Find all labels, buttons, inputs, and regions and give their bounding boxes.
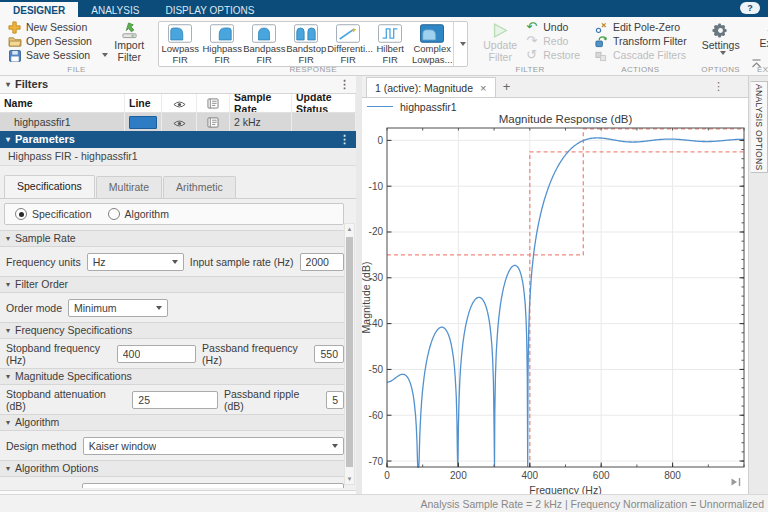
redo-icon: ↷ <box>524 35 539 47</box>
column-header-sample-rate: Sample Rate <box>230 94 292 112</box>
ribbon-group-file: New SessionOpen SessionSave Session Impo… <box>0 17 153 75</box>
eye-icon <box>173 116 186 128</box>
collapse-statusbar-icon[interactable] <box>730 472 741 490</box>
edit-pole-zero-button[interactable]: Edit Pole-Zero <box>592 20 689 34</box>
open-session-label: Open Session <box>26 35 92 47</box>
section-title: Magnitude Specifications <box>15 369 132 384</box>
gallery-item-label: Hilbert FIR <box>369 44 411 65</box>
hilbert-fir-button[interactable]: Hilbert FIR <box>369 22 411 66</box>
tab-multirate[interactable]: Multirate <box>96 176 162 198</box>
response-gallery-more-button[interactable] <box>453 22 467 66</box>
export-button[interactable]: Export <box>753 20 768 53</box>
ribbon-group-actions: Edit Pole-ZeroTransform FilterCascade Fi… <box>587 17 694 75</box>
help-button[interactable]: ? <box>740 2 760 14</box>
scrollbar-thumb[interactable] <box>346 237 353 467</box>
line-color-swatch[interactable] <box>129 116 157 129</box>
scroll-down-icon[interactable]: ▼ <box>345 476 354 482</box>
cascade-filters-button[interactable]: Cascade Filters <box>592 48 689 62</box>
group-caption-file: FILE <box>0 65 153 74</box>
filters-section-header[interactable]: ▾ Filters ⋮ <box>0 76 356 94</box>
minimum-order-select[interactable]: Even <box>82 483 344 489</box>
frequency-units-select[interactable]: Hz <box>87 253 184 271</box>
collapse-triangle-icon: ▾ <box>6 323 10 338</box>
section-header-algorithm-options[interactable]: ▾Algorithm Options <box>0 460 344 477</box>
input-sample-rate-hz-input[interactable]: 2000 <box>300 253 344 271</box>
stopband-attenuation-db-input[interactable]: 25 <box>132 391 218 409</box>
restore-label: Restore <box>543 49 580 61</box>
eye-icon <box>173 97 186 109</box>
visibility-cell[interactable] <box>162 113 197 131</box>
line-color-cell[interactable] <box>125 113 162 131</box>
filter-designer-app: DESIGNERANALYSISDISPLAY OPTIONS? New Ses… <box>0 0 768 512</box>
minimum-order-label: Minimum order <box>6 486 76 489</box>
column-header-line: Line <box>125 94 162 112</box>
settings-label: Settings <box>702 39 740 51</box>
collapse-triangle-icon: ▾ <box>6 461 10 476</box>
section-title: Algorithm <box>15 415 59 430</box>
section-title: Sample Rate <box>15 231 76 246</box>
params-scrollbar[interactable]: ▲ ▼ <box>344 223 355 485</box>
complex-lowpas-button[interactable]: ComplexLowpas... <box>411 22 453 66</box>
collapse-triangle-icon: ▾ <box>6 415 10 430</box>
tab-arithmetic[interactable]: Arithmetic <box>163 176 236 198</box>
filters-table-header: NameLineSample RateUpdate Status <box>0 94 356 113</box>
magnitude-response-tab[interactable]: 1 (active): Magnitude × <box>366 77 496 97</box>
input-sample-rate-hz-label: Input sample rate (Hz) <box>190 256 294 268</box>
radio-algorithm[interactable]: Algorithm <box>108 208 169 220</box>
right-dock-strip: ANALYSIS OPTIONS <box>748 76 768 494</box>
redo-button[interactable]: ↷Redo <box>522 34 582 48</box>
section-header-magnitude-specifications[interactable]: ▾Magnitude Specifications <box>0 368 344 385</box>
tab-specifications[interactable]: Specifications <box>4 175 95 198</box>
section-header-frequency-specifications[interactable]: ▾Frequency Specifications <box>0 322 344 339</box>
save-session-icon <box>7 48 22 61</box>
undo-button[interactable]: ↶Undo <box>522 20 582 34</box>
magnitude-response-chart[interactable]: 02004006008000-10-20-30-40-50-60-70Magni… <box>362 115 748 495</box>
bandpass-fir-button[interactable]: BandpassFIR <box>243 22 285 66</box>
section-header-algorithm[interactable]: ▾Algorithm <box>0 414 344 431</box>
annotation-icon <box>207 97 219 110</box>
close-icon[interactable]: × <box>480 82 486 94</box>
passband-frequency-hz-input[interactable]: 550 <box>314 345 344 363</box>
collapse-ribbon-icon[interactable] <box>751 53 762 71</box>
new-session-button[interactable]: New Session <box>5 20 110 34</box>
svg-text:Magnitude (dB): Magnitude (dB) <box>362 262 372 334</box>
lowpass-fir-button[interactable]: LowpassFIR <box>159 22 201 66</box>
settings-button[interactable]: Settings <box>699 20 743 55</box>
kebab-menu-icon[interactable]: ⋮ <box>339 131 350 148</box>
passband-ripple-db-input[interactable]: 5 <box>326 391 344 409</box>
filter-row[interactable]: highpassfir12 kHz <box>0 113 356 131</box>
gallery-item-label: HighpassFIR <box>201 44 243 65</box>
new-analysis-tab-button[interactable]: + <box>496 76 518 97</box>
transform-filter-button[interactable]: Transform Filter <box>592 34 689 48</box>
transform-filter-icon <box>594 34 609 47</box>
analysis-options-tab[interactable]: ANALYSIS OPTIONS <box>751 81 768 173</box>
save-session-button[interactable]: Save Session <box>5 48 110 62</box>
kebab-menu-icon[interactable]: ⋮ <box>713 76 724 97</box>
update-filter-label2: Filter <box>489 51 512 63</box>
stopband-frequency-hz-input[interactable]: 400 <box>117 345 196 363</box>
chevron-down-icon <box>332 444 338 448</box>
import-filter-button[interactable]: ImportFilter <box>110 20 148 63</box>
radio-specification[interactable]: Specification <box>15 208 92 220</box>
annotation-cell[interactable] <box>197 113 230 131</box>
order-mode-select[interactable]: Minimum <box>68 299 168 317</box>
svg-text:800: 800 <box>664 470 681 481</box>
update-filter-button[interactable]: UpdateFilter <box>478 20 522 63</box>
design-method-select[interactable]: Kaiser window <box>83 437 344 455</box>
column-header-eye <box>162 94 197 112</box>
parameters-section-header[interactable]: ▾ Parameters ⋮ <box>0 131 356 148</box>
differenti-fir-button[interactable]: Differenti...FIR <box>327 22 369 66</box>
update-status-cell <box>292 113 356 131</box>
group-caption-actions: ACTIONS <box>587 65 694 74</box>
bandstop-fir-button[interactable]: BandstopFIR <box>285 22 327 66</box>
section-header-sample-rate[interactable]: ▾Sample Rate <box>0 230 344 247</box>
new-session-icon <box>7 20 22 34</box>
open-session-button[interactable]: Open Session <box>5 34 110 48</box>
section-header-filter-order[interactable]: ▾Filter Order <box>0 276 344 293</box>
scroll-up-icon[interactable]: ▲ <box>345 226 354 232</box>
ribbon-group-filter: UpdateFilter ↶Undo↷Redo↺Restore FILTER <box>473 17 587 75</box>
highpass-fir-button[interactable]: HighpassFIR <box>201 22 243 66</box>
restore-button[interactable]: ↺Restore <box>522 48 582 62</box>
chevron-down-icon[interactable] <box>102 53 108 57</box>
kebab-menu-icon[interactable]: ⋮ <box>339 76 350 93</box>
